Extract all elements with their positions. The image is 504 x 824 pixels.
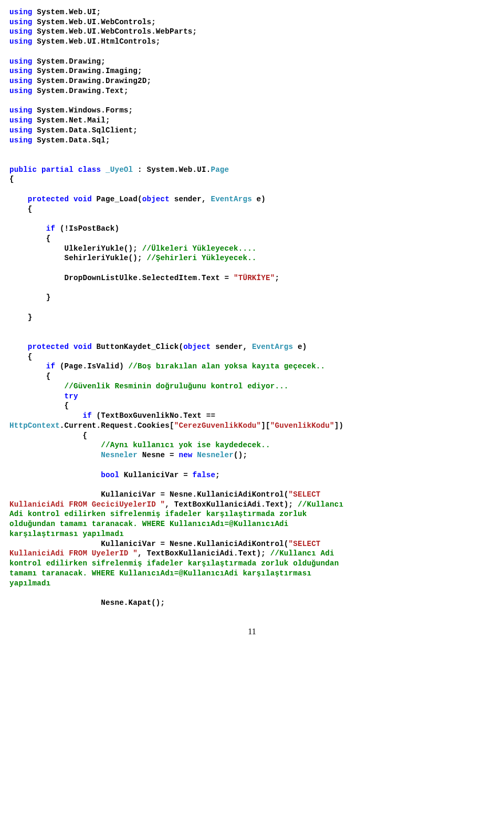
comment: //Ülkeleri Yükleyecek....: [142, 244, 257, 253]
string: "SELECT: [289, 540, 321, 548]
type: HttpContext: [9, 421, 60, 430]
kw-class: public partial class: [9, 166, 106, 174]
kw-object: object: [142, 195, 174, 203]
kw-if: if: [82, 411, 96, 420]
comment: //Kullancı Adi: [270, 549, 334, 558]
indent: [9, 234, 46, 243]
txt: , TextBoxKullaniciAdi.Text);: [165, 500, 298, 509]
kw-using: using: [9, 87, 37, 95]
indent: [9, 244, 65, 253]
stmt: UlkeleriYukle();: [65, 244, 142, 253]
txt: : System.Web.UI.: [133, 166, 211, 174]
semi: ;: [138, 67, 142, 75]
cond: (TextBoxGuvenlikNo.Text ==: [97, 411, 216, 420]
cond: (Page.IsValid): [60, 362, 129, 370]
indent: [9, 471, 101, 479]
semi: ;: [146, 77, 151, 85]
kw-using: using: [9, 116, 37, 125]
kw-using: using: [9, 126, 37, 135]
ns: System.Drawing: [37, 57, 101, 66]
kw-using: using: [9, 8, 37, 16]
txt: Nesne =: [142, 451, 179, 459]
ns: System.Web.UI.WebControls: [37, 18, 151, 26]
ns: System.Drawing.Drawing2D: [37, 77, 146, 85]
type: EventArgs: [211, 195, 256, 203]
indent: [9, 274, 65, 282]
kw-bool: bool: [101, 471, 124, 479]
txt: .Current.Request.Cookies[: [60, 421, 174, 430]
brace: {: [9, 401, 69, 410]
ns: System.Windows.Forms: [37, 106, 128, 115]
indent: [9, 540, 101, 548]
param: sender,: [174, 195, 211, 203]
txt: ]): [334, 421, 343, 430]
semi: ;: [193, 27, 197, 36]
comment: kontrol edilirken sifrelenmiş ifadeler k…: [9, 559, 339, 568]
kw-using: using: [9, 67, 37, 75]
type: Page: [211, 166, 229, 174]
kw-using: using: [9, 136, 37, 145]
page-number: 11: [9, 626, 495, 637]
indent: [9, 441, 101, 449]
string: KullaniciAdi FROM GeciciUyelerID ": [9, 500, 165, 509]
semi: ;: [275, 274, 279, 282]
ns: System.Drawing.Imaging: [37, 67, 138, 75]
stmt: KullaniciVar = Nesne.KullaniciAdiKontrol…: [101, 540, 288, 548]
kw-using: using: [9, 106, 37, 115]
brace: {: [9, 372, 50, 380]
type: EventArgs: [252, 343, 298, 351]
indent: [9, 224, 46, 233]
indent: [9, 343, 28, 351]
indent: [9, 195, 28, 203]
brace: {: [28, 205, 33, 213]
kw-object: object: [183, 343, 215, 351]
indent: [9, 254, 65, 262]
comment: yapılmadı: [9, 579, 50, 588]
stmt: DropDownListUlke.SelectedItem.Text =: [65, 274, 234, 282]
class-name: _UyeOl: [106, 166, 133, 174]
semi: ;: [106, 116, 110, 125]
semi: ;: [124, 87, 129, 95]
string: "TÜRKİYE": [234, 274, 275, 282]
ns: System.Web.UI: [37, 8, 96, 16]
indent: [9, 599, 101, 607]
method: ButtonKaydet_Click(: [97, 343, 184, 351]
indent: [9, 382, 65, 390]
comment: karşılaştırması yapılmadı: [9, 530, 124, 538]
indent: [9, 411, 82, 420]
indent: [9, 392, 65, 400]
indent: [9, 451, 101, 459]
ns: System.Web.UI.WebControls.WebParts: [37, 27, 192, 36]
stmt: Nesne.Kapat();: [101, 599, 165, 607]
kw-using: using: [9, 18, 37, 26]
ns: System.Net.Mail: [37, 116, 106, 125]
semi: ;: [106, 136, 110, 145]
string: "SELECT: [289, 490, 321, 499]
ns: System.Data.Sql: [37, 136, 106, 145]
txt: ();: [234, 451, 247, 459]
comment: //Aynı kullanıcı yok ise kaydedecek..: [101, 441, 270, 449]
brace: {: [9, 175, 14, 183]
indent: [9, 353, 28, 361]
semi: ;: [151, 18, 156, 26]
indent: [9, 205, 28, 213]
txt: KullaniciVar =: [124, 471, 193, 479]
brace: {: [28, 353, 33, 361]
param: e): [298, 343, 307, 351]
brace: {: [9, 431, 87, 440]
semi: ;: [101, 57, 106, 66]
comment: tamamı taranacak. WHERE KullanıcıAdı=@Ku…: [9, 569, 311, 578]
comment: //Şehirleri Yükleyecek..: [146, 254, 256, 262]
semi: ;: [133, 126, 138, 135]
string: "GuvenlikKodu": [270, 421, 334, 430]
semi: ;: [156, 37, 161, 46]
kw-protected: protected void: [28, 195, 97, 203]
kw-new: new: [178, 451, 197, 459]
cond: (!IsPostBack): [60, 224, 119, 233]
comment: Adi kontrol edilirken sifrelenmiş ifadel…: [9, 510, 307, 518]
kw-using: using: [9, 77, 37, 85]
kw-using: using: [9, 57, 37, 66]
kw-if: if: [46, 224, 60, 233]
kw-if: if: [46, 362, 60, 370]
kw-false: false: [193, 471, 216, 479]
